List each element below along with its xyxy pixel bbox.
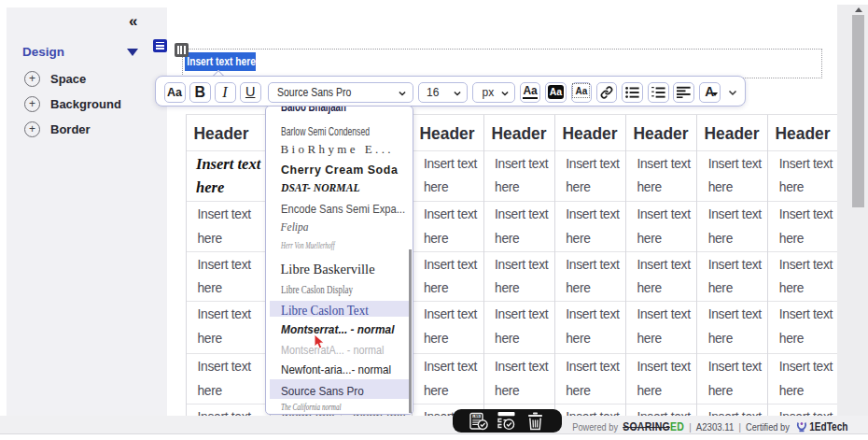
svg-text:LMS: LMS xyxy=(473,415,481,419)
